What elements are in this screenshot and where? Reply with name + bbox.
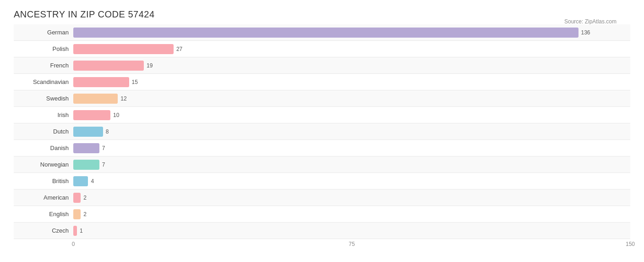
table-row: Irish10	[14, 107, 630, 123]
table-row: American2	[14, 190, 630, 206]
x-axis-label: 0	[72, 241, 75, 247]
bar	[73, 127, 103, 137]
table-row: French19	[14, 57, 630, 74]
bar-label: Dutch	[14, 128, 73, 135]
x-axis-label: 75	[349, 241, 355, 247]
bar-value: 1	[80, 228, 83, 234]
bar-value: 15	[132, 79, 138, 85]
chart-title: ANCESTRY IN ZIP CODE 57424	[14, 9, 630, 20]
bar-label: Scandinavian	[14, 78, 73, 85]
bar-value: 2	[83, 195, 87, 201]
bar-value: 10	[113, 112, 119, 118]
bar-value: 19	[147, 62, 153, 69]
bar-container: 136	[73, 28, 630, 38]
bar-value: 136	[581, 29, 590, 36]
bar-container: 12	[73, 94, 630, 104]
bar-label: Danish	[14, 145, 73, 151]
table-row: English2	[14, 206, 630, 223]
bar-label: German	[14, 29, 73, 36]
table-row: Swedish12	[14, 90, 630, 107]
bar-container: 10	[73, 110, 630, 120]
bar-container: 2	[73, 209, 630, 219]
bar	[73, 193, 81, 203]
bar-label: Swedish	[14, 95, 73, 102]
bar	[73, 110, 110, 120]
bar-label: English	[14, 211, 73, 217]
chart-area: German136Polish27French19Scandinavian15S…	[14, 24, 630, 241]
bar-label: Irish	[14, 111, 73, 118]
table-row: Dutch8	[14, 123, 630, 140]
bar-container: 8	[73, 127, 630, 137]
source-label: Source: ZipAtlas.com	[564, 18, 617, 25]
table-row: Danish7	[14, 140, 630, 156]
bar-value: 2	[83, 211, 87, 217]
bar-label: American	[14, 194, 73, 201]
bars-container: German136Polish27French19Scandinavian15S…	[14, 24, 630, 239]
bar-value: 12	[120, 95, 126, 102]
bar-container: 15	[73, 77, 630, 87]
bar-container: 4	[73, 176, 630, 186]
bar-container: 1	[73, 226, 630, 236]
bar	[73, 61, 144, 71]
bar-value: 8	[106, 128, 109, 135]
bar-label: Polish	[14, 45, 73, 52]
bar	[73, 143, 99, 153]
table-row: Norwegian7	[14, 156, 630, 173]
table-row: Scandinavian15	[14, 74, 630, 90]
bar	[73, 209, 81, 219]
bar-label: British	[14, 178, 73, 184]
bar	[73, 44, 174, 54]
bar	[73, 176, 88, 186]
x-axis-label: 150	[626, 241, 635, 247]
bar-label: Czech	[14, 227, 73, 234]
bar-value: 4	[91, 178, 94, 184]
bar	[73, 94, 118, 104]
table-row: Polish27	[14, 41, 630, 57]
bar-container: 19	[73, 61, 630, 71]
bar-container: 2	[73, 193, 630, 203]
bar	[73, 226, 77, 236]
table-row: British4	[14, 173, 630, 190]
bar-label: Norwegian	[14, 161, 73, 168]
bar-label: French	[14, 62, 73, 69]
bar-value: 7	[102, 145, 105, 151]
table-row: Czech1	[14, 223, 630, 239]
bar-container: 27	[73, 44, 630, 54]
bar-value: 27	[176, 46, 182, 52]
bar	[73, 28, 579, 38]
bar	[73, 77, 129, 87]
bar-container: 7	[73, 160, 630, 170]
bar-value: 7	[102, 162, 105, 168]
bar-container: 7	[73, 143, 630, 153]
table-row: German136	[14, 24, 630, 41]
bar	[73, 160, 99, 170]
